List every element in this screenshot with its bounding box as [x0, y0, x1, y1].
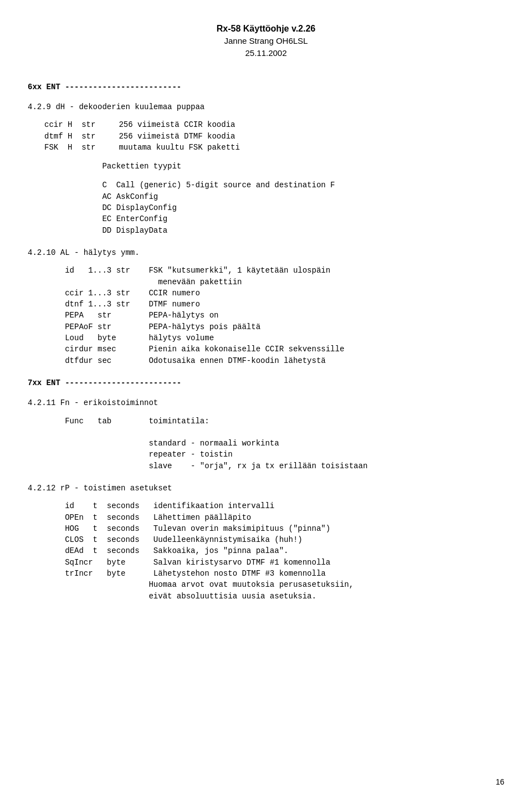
section-4-2-11-params: Func tab toimintatila: standard - normaa…: [28, 416, 504, 472]
section-4-2-12: 4.2.12 rP - toistimen asetukset id t sec…: [28, 483, 504, 602]
header-title-line1: Rx-58 Käyttöohje v.2.26: [28, 22, 504, 35]
6xx-ent-heading: 6xx ENT -------------------------: [28, 81, 504, 93]
section-4-2-10: 4.2.10 AL - hälytys ymm. id 1...3 str FS…: [28, 247, 504, 366]
section-4-2-12-title: 4.2.12 rP - toistimen asetukset: [28, 483, 504, 494]
section-7xx-ent: 7xx ENT -------------------------: [28, 377, 504, 388]
section-4-2-11-title: 4.2.11 Fn - erikoistoiminnot: [28, 397, 504, 408]
packet-types: C Call (generic) 5-digit source and dest…: [28, 180, 504, 235]
header-title-line3: 25.11.2002: [28, 47, 504, 59]
packettien-label: Packettien tyypit: [28, 161, 504, 172]
section-4-2-12-params: id t seconds identifikaation intervalli …: [28, 500, 504, 602]
page-header: Rx-58 Käyttöohje v.2.26 Janne Strang OH6…: [28, 22, 504, 59]
header-title-line2: Janne Strang OH6LSL: [28, 35, 504, 47]
section-4-2-9: 4.2.9 dH - dekooderien kuulemaa puppaa c…: [28, 101, 504, 236]
section-4-2-10-params: id 1...3 str FSK "kutsumerkki", 1 käytet…: [28, 265, 504, 366]
section-4-2-9-params: ccir H str 256 viimeistä CCIR koodia dtm…: [44, 119, 504, 153]
section-4-2-9-title: 4.2.9 dH - dekooderien kuulemaa puppaa: [28, 101, 504, 112]
7xx-ent-heading: 7xx ENT -------------------------: [28, 377, 504, 388]
section-4-2-10-title: 4.2.10 AL - hälytys ymm.: [28, 247, 504, 258]
section-4-2-11: 4.2.11 Fn - erikoistoiminnot Func tab to…: [28, 397, 504, 472]
section-6xx-ent: 6xx ENT -------------------------: [28, 81, 504, 93]
